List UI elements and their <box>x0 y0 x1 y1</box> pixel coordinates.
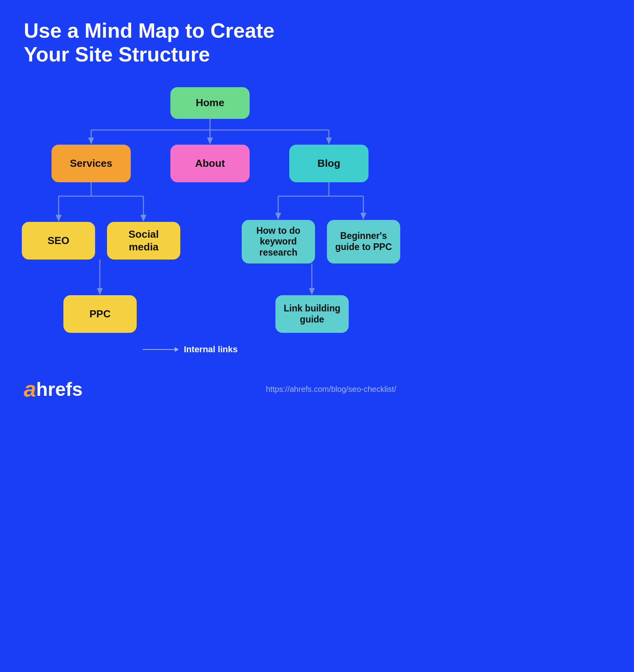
mind-map-diagram: Home Services About Blog SEO Social medi… <box>0 79 420 376</box>
footer: a hrefs https://ahrefs.com/blog/seo-chec… <box>24 378 396 400</box>
node-about: About <box>170 145 250 182</box>
legend-label: Internal links <box>184 344 238 355</box>
legend: Internal links <box>143 344 238 355</box>
legend-arrow-icon <box>143 349 178 350</box>
node-social: Social media <box>107 222 180 260</box>
footer-url: https://ahrefs.com/blog/seo-checklist/ <box>266 385 396 394</box>
ahrefs-logo: a hrefs <box>24 378 83 400</box>
logo-a-letter: a <box>24 378 36 400</box>
node-seo: SEO <box>22 222 95 260</box>
node-linkbuilding: Link building guide <box>275 295 349 333</box>
node-blog: Blog <box>289 145 369 182</box>
node-keyword: How to do keyword research <box>242 220 315 263</box>
node-beginner: Beginner's guide to PPC <box>327 220 400 263</box>
node-ppc: PPC <box>63 295 137 333</box>
page-title: Use a Mind Map to Create Your Site Struc… <box>0 0 420 67</box>
logo-text: hrefs <box>36 378 82 400</box>
node-services: Services <box>52 145 131 182</box>
node-home: Home <box>170 87 250 119</box>
